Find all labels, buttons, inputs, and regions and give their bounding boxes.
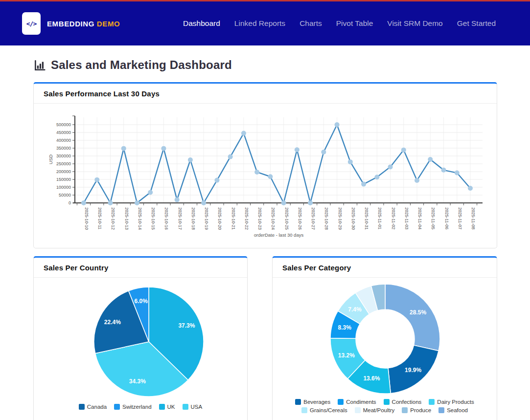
svg-text:2025-10-15: 2025-10-15 <box>151 207 156 230</box>
svg-text:2025-10-16: 2025-10-16 <box>164 207 169 230</box>
svg-text:2025-10-19: 2025-10-19 <box>204 207 209 230</box>
svg-text:28.5%: 28.5% <box>410 309 426 316</box>
nav-item-pivot-table[interactable]: Pivot Table <box>336 19 373 28</box>
svg-text:150000: 150000 <box>56 177 71 182</box>
page-title-text: Sales and Marketing Dashboard <box>51 58 232 72</box>
svg-text:2025-10-12: 2025-10-12 <box>111 207 115 230</box>
bottom-cards-row: Sales Per Country 37.3%34.3%22.4%6.0% Ca… <box>33 256 497 420</box>
svg-text:2025-10-14: 2025-10-14 <box>138 207 142 230</box>
svg-text:2025-11-02: 2025-11-02 <box>391 207 396 229</box>
svg-text:200000: 200000 <box>56 169 71 174</box>
nav-item-charts[interactable]: Charts <box>300 19 322 28</box>
svg-text:2025-11-01: 2025-11-01 <box>377 207 382 229</box>
svg-text:2025-10-29: 2025-10-29 <box>338 207 343 230</box>
svg-text:2025-10-22: 2025-10-22 <box>244 207 249 230</box>
svg-text:2025-10-11: 2025-10-11 <box>97 207 102 229</box>
legend-label-meat-poultry: Meat/Poultry <box>363 407 395 413</box>
svg-text:13.2%: 13.2% <box>338 352 355 359</box>
nav-links: DashboardLinked ReportsChartsPivot Table… <box>183 19 496 28</box>
svg-text:300000: 300000 <box>56 154 71 158</box>
svg-text:400000: 400000 <box>56 138 71 143</box>
legend-swatch-confections <box>384 399 390 405</box>
svg-text:13.6%: 13.6% <box>363 375 380 382</box>
legend-swatch-condiments <box>338 399 344 405</box>
svg-text:250000: 250000 <box>56 161 71 166</box>
line-chart[interactable]: 0500001000001500002000002500003000003500… <box>34 104 497 246</box>
legend-label-uk: UK <box>167 404 175 410</box>
svg-text:2025-11-07: 2025-11-07 <box>458 207 462 229</box>
svg-text:2025-10-13: 2025-10-13 <box>124 207 129 230</box>
svg-text:350000: 350000 <box>56 146 71 151</box>
legend-label-confections: Confections <box>392 399 422 405</box>
legend-label-beverages: Beverages <box>303 399 330 405</box>
legend-label-produce: Produce <box>410 407 431 413</box>
legend-label-grains-cereals: Grains/Cereals <box>310 407 347 413</box>
svg-text:19.9%: 19.9% <box>405 367 421 374</box>
sales-performance-title: Sales Performance Last 30 Days <box>34 84 497 104</box>
country-pie-chart[interactable]: 37.3%34.3%22.4%6.0% <box>34 278 247 404</box>
sales-per-country-title: Sales Per Country <box>34 258 247 278</box>
legend-item-condiments[interactable]: Condiments <box>338 399 376 405</box>
main-content: Sales and Marketing Dashboard Sales Perf… <box>33 58 497 420</box>
legend-item-produce[interactable]: Produce <box>402 407 431 413</box>
bar-chart-icon <box>33 59 46 71</box>
svg-text:2025-10-17: 2025-10-17 <box>178 207 183 230</box>
svg-text:2025-10-21: 2025-10-21 <box>231 207 236 230</box>
legend-swatch-produce <box>402 407 408 413</box>
legend-swatch-switzerland <box>114 404 120 410</box>
svg-text:orderDate - last 30 days: orderDate - last 30 days <box>254 232 304 238</box>
svg-text:50000: 50000 <box>59 193 71 198</box>
svg-text:450000: 450000 <box>56 130 71 135</box>
legend-item-meat-poultry[interactable]: Meat/Poultry <box>355 407 395 413</box>
nav-item-dashboard[interactable]: Dashboard <box>183 19 220 28</box>
sales-performance-card: Sales Performance Last 30 Days 050000100… <box>33 82 497 248</box>
nav-item-get-started[interactable]: Get Started <box>457 19 496 28</box>
svg-text:2025-10-20: 2025-10-20 <box>217 207 222 230</box>
page-title: Sales and Marketing Dashboard <box>33 58 497 72</box>
sales-per-category-title: Sales Per Category <box>273 258 497 278</box>
svg-text:2025-10-23: 2025-10-23 <box>257 207 262 230</box>
code-icon-glyph: </> <box>26 20 36 27</box>
legend-label-dairy-products: Dairy Products <box>437 399 474 405</box>
legend-item-uk[interactable]: UK <box>159 404 175 410</box>
legend-item-seafood[interactable]: Seafood <box>438 407 468 413</box>
legend-label-switzerland: Switzerland <box>122 404 151 410</box>
svg-text:2025-11-03: 2025-11-03 <box>404 207 409 229</box>
legend-swatch-seafood <box>438 407 444 413</box>
code-icon: </> <box>22 12 41 35</box>
legend-item-dairy-products[interactable]: Dairy Products <box>429 399 474 405</box>
svg-text:6.0%: 6.0% <box>135 298 148 305</box>
legend-item-switzerland[interactable]: Switzerland <box>114 404 151 410</box>
legend-label-usa: USA <box>191 404 203 410</box>
svg-text:8.3%: 8.3% <box>338 324 352 331</box>
svg-text:2025-11-04: 2025-11-04 <box>417 207 422 229</box>
svg-text:2025-11-05: 2025-11-05 <box>431 207 436 229</box>
svg-text:2025-10-31: 2025-10-31 <box>364 207 369 230</box>
legend-item-grains-cereals[interactable]: Grains/Cereals <box>301 407 347 413</box>
legend-item-confections[interactable]: Confections <box>384 399 422 405</box>
svg-text:37.3%: 37.3% <box>178 322 195 329</box>
pie-slice-seafood[interactable] <box>385 284 440 351</box>
legend-label-seafood: Seafood <box>447 407 468 413</box>
svg-text:2025-10-28: 2025-10-28 <box>324 207 329 230</box>
legend-item-beverages[interactable]: Beverages <box>295 399 330 405</box>
sales-performance-body: 0500001000001500002000002500003000003500… <box>34 104 497 246</box>
legend-swatch-meat-poultry <box>355 407 361 413</box>
brand-text-primary: EMBEDDING <box>47 20 94 28</box>
svg-text:2025-10-26: 2025-10-26 <box>298 207 302 230</box>
legend-label-canada: Canada <box>87 404 107 410</box>
legend-item-usa[interactable]: USA <box>183 404 203 410</box>
svg-text:2025-11-08: 2025-11-08 <box>471 207 476 229</box>
legend-swatch-uk <box>159 404 165 410</box>
sales-per-category-card: Sales Per Category 28.5%19.9%13.6%13.2%8… <box>272 256 497 420</box>
legend-swatch-beverages <box>295 399 301 405</box>
category-donut-chart[interactable]: 28.5%19.9%13.6%13.2%8.3%7.4% <box>273 278 497 399</box>
brand[interactable]: </> EMBEDDING DEMO <box>22 12 120 35</box>
legend-item-canada[interactable]: Canada <box>79 404 107 410</box>
nav-item-visit-srm-demo[interactable]: Visit SRM Demo <box>387 19 442 28</box>
sales-per-country-body: 37.3%34.3%22.4%6.0% CanadaSwitzerlandUKU… <box>34 278 247 410</box>
country-legend: CanadaSwitzerlandUKUSA <box>34 404 247 410</box>
nav-item-linked-reports[interactable]: Linked Reports <box>234 19 285 28</box>
svg-text:500000: 500000 <box>56 122 71 127</box>
svg-text:2025-10-27: 2025-10-27 <box>311 207 316 230</box>
